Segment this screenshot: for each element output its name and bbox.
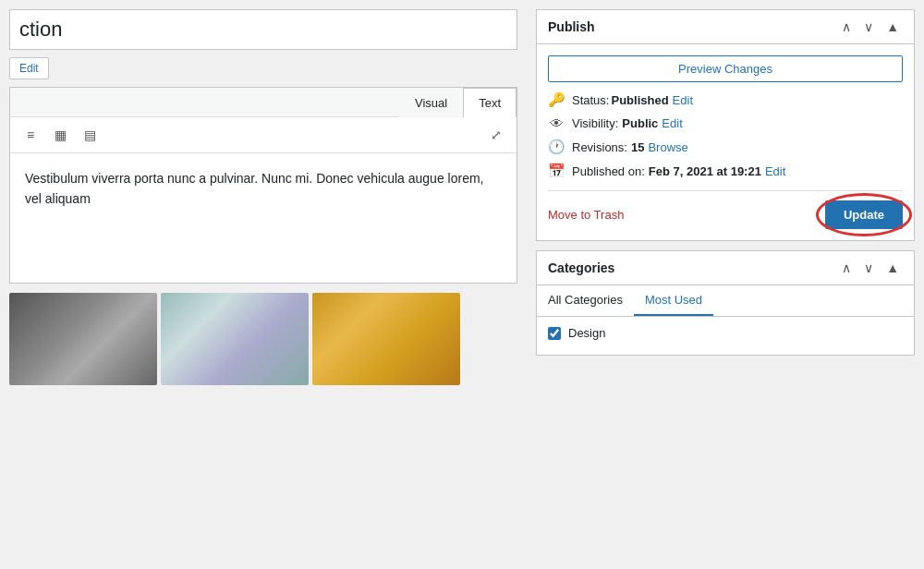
visibility-value: Public xyxy=(622,116,658,130)
toolbar-doc-icon[interactable]: ▤ xyxy=(77,123,103,147)
visibility-row: 👁 Visibility: Public Edit xyxy=(548,115,903,131)
published-label: Published on: xyxy=(572,164,645,178)
publish-triangle-up[interactable]: ▲ xyxy=(882,18,903,36)
visibility-edit-link[interactable]: Edit xyxy=(662,116,682,130)
revisions-label: Revisions: xyxy=(572,140,627,154)
edit-btn-area: Edit xyxy=(9,57,517,79)
categories-down-arrow[interactable]: ∨ xyxy=(860,259,877,277)
update-btn-wrapper: Update xyxy=(825,200,903,229)
publish-header: Publish ∧ ∨ ▲ xyxy=(537,10,914,44)
publish-header-controls: ∧ ∨ ▲ xyxy=(838,18,903,36)
published-on-row: 📅 Published on: Feb 7, 2021 at 19:21 Edi… xyxy=(548,163,903,179)
revisions-icon: 🕐 xyxy=(548,139,565,155)
status-edit-link[interactable]: Edit xyxy=(673,93,693,107)
category-design-item: Design xyxy=(548,326,903,340)
move-to-trash-link[interactable]: Move to Trash xyxy=(548,208,624,222)
revisions-value: 15 xyxy=(631,140,644,154)
categories-up-arrow[interactable]: ∧ xyxy=(838,259,855,277)
left-panel: ction Edit Visual Text ≡ ▦ ▤ ⤢ Vestibulu… xyxy=(0,0,527,569)
publish-up-arrow[interactable]: ∧ xyxy=(838,18,855,36)
category-design-checkbox[interactable] xyxy=(548,327,561,340)
tab-visual[interactable]: Visual xyxy=(399,88,463,117)
image-3 xyxy=(312,293,460,385)
update-button[interactable]: Update xyxy=(825,200,903,229)
publish-down-arrow[interactable]: ∨ xyxy=(860,18,877,36)
image-1 xyxy=(9,293,157,385)
publish-title: Publish xyxy=(548,19,595,34)
status-row: 🔑 Status: Published Edit xyxy=(548,91,903,108)
status-label: Status: xyxy=(572,93,609,107)
editor-tabs: Visual Text xyxy=(10,88,517,117)
editor-toolbar: ≡ ▦ ▤ ⤢ xyxy=(10,117,517,153)
fullscreen-icon[interactable]: ⤢ xyxy=(483,123,509,147)
tab-text[interactable]: Text xyxy=(463,88,517,117)
categories-body: Design xyxy=(537,317,914,355)
publish-body: Preview Changes 🔑 Status: Published Edit… xyxy=(537,44,914,240)
category-design-label: Design xyxy=(568,326,605,340)
published-value: Feb 7, 2021 at 19:21 xyxy=(649,164,761,178)
editor-text: Vestibulum viverra porta nunc a pulvinar… xyxy=(25,171,483,206)
visibility-label: Visibility: xyxy=(572,116,618,130)
visibility-icon: 👁 xyxy=(548,115,565,131)
categories-title: Categories xyxy=(548,260,614,275)
revisions-row: 🕐 Revisions: 15 Browse xyxy=(548,139,903,155)
categories-tabs: All Categories Most Used xyxy=(537,285,914,317)
published-edit-link[interactable]: Edit xyxy=(765,164,785,178)
categories-header: Categories ∧ ∨ ▲ xyxy=(537,251,914,285)
publish-actions: Move to Trash Update xyxy=(548,190,903,229)
publish-box: Publish ∧ ∨ ▲ Preview Changes 🔑 Status: … xyxy=(536,9,915,241)
toolbar-list-icon[interactable]: ≡ xyxy=(18,123,43,147)
image-2 xyxy=(161,293,309,385)
post-title: ction xyxy=(9,9,517,50)
editor-area: Visual Text ≡ ▦ ▤ ⤢ Vestibulum viverra p… xyxy=(9,87,517,284)
revisions-browse-link[interactable]: Browse xyxy=(648,140,687,154)
tab-all-categories[interactable]: All Categories xyxy=(537,285,634,316)
categories-triangle-up[interactable]: ▲ xyxy=(882,259,903,277)
right-panel: Publish ∧ ∨ ▲ Preview Changes 🔑 Status: … xyxy=(527,0,924,569)
categories-header-controls: ∧ ∨ ▲ xyxy=(838,259,903,277)
images-row xyxy=(9,293,517,385)
status-icon: 🔑 xyxy=(548,91,565,108)
editor-content[interactable]: Vestibulum viverra porta nunc a pulvinar… xyxy=(10,153,517,283)
categories-box: Categories ∧ ∨ ▲ All Categories Most Use… xyxy=(536,250,915,356)
calendar-icon: 📅 xyxy=(548,163,565,179)
tab-most-used[interactable]: Most Used xyxy=(634,285,713,316)
preview-changes-button[interactable]: Preview Changes xyxy=(548,55,903,82)
title-text: ction xyxy=(19,18,62,41)
toolbar-grid-icon[interactable]: ▦ xyxy=(47,123,73,147)
status-value: Published xyxy=(611,93,668,107)
edit-button[interactable]: Edit xyxy=(9,57,49,79)
